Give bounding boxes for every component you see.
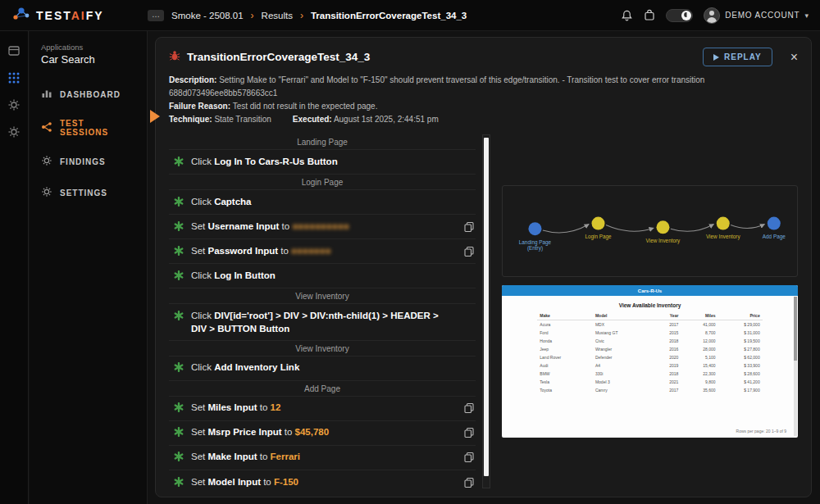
integrations-gear-icon[interactable] xyxy=(7,98,20,111)
breadcrumb-item-session[interactable]: Smoke - 2508.01 xyxy=(171,11,244,20)
step-row[interactable]: Click Log In Button xyxy=(169,263,476,288)
flow-node[interactable] xyxy=(717,217,730,230)
step-status-icon xyxy=(174,270,184,284)
copy-icon[interactable] xyxy=(464,246,474,257)
bag-icon[interactable] xyxy=(644,9,655,21)
account-menu[interactable]: DEMO ACCOUNT ▾ xyxy=(704,7,809,24)
panel-content: Landing PageClick Log In To Cars-R-Us Bu… xyxy=(169,134,798,488)
testaify-logo-icon xyxy=(11,5,30,26)
step-text: Click Add Inventory Link xyxy=(191,361,456,374)
sidebar-item-label: DASHBOARD xyxy=(60,90,121,99)
flow-node-label: Landing Page(Entry) xyxy=(519,239,552,252)
technique-line: Technique: State TransitionExecuted: Aug… xyxy=(169,113,798,126)
step-text: Click DIV[id='root'] > DIV > DIV:nth-chi… xyxy=(191,309,456,335)
step-row[interactable]: Set Model Input to F-150 xyxy=(169,470,476,488)
step-group-header: Login Page xyxy=(169,174,476,189)
app-selector[interactable]: Car Search xyxy=(30,53,147,79)
inventory-row: BMW330i201822,300$ 28,600 xyxy=(537,370,762,378)
bug-icon xyxy=(169,50,180,65)
description-line: Description: Setting Make to "Ferrari" a… xyxy=(169,74,798,87)
icon-rail xyxy=(0,31,29,504)
step-status-icon xyxy=(174,477,184,488)
inventory-row: AcuraMDX201741,000$ 29,000 xyxy=(537,320,762,329)
copy-icon[interactable] xyxy=(464,221,474,232)
active-session-indicator xyxy=(150,110,160,123)
account-name: DEMO ACCOUNT xyxy=(725,11,800,20)
copy-icon[interactable] xyxy=(464,477,474,488)
replay-button[interactable]: REPLAY xyxy=(703,48,772,66)
step-row[interactable]: Click Captcha xyxy=(169,189,476,214)
notifications-bell-icon[interactable] xyxy=(621,9,633,22)
visuals-panel: Landing Page(Entry)Login PageView Invent… xyxy=(502,134,798,488)
flow-node[interactable] xyxy=(528,222,541,235)
flow-node[interactable] xyxy=(656,220,669,234)
topbar-actions: DEMO ACCOUNT ▾ xyxy=(621,7,809,24)
window-icon[interactable] xyxy=(7,44,20,57)
copy-icon[interactable] xyxy=(464,452,474,463)
steps-scrollbar[interactable] xyxy=(482,134,490,488)
step-row[interactable]: Set Msrp Price Input to $45,780 xyxy=(169,420,476,445)
step-text: Set Model Input to F-150 xyxy=(191,475,456,488)
inventory-row: Land RoverDefender20205,100$ 62,000 xyxy=(537,353,762,361)
close-icon[interactable]: × xyxy=(790,51,798,64)
brand[interactable]: TESTAIFY xyxy=(11,5,148,26)
step-row[interactable]: Click DIV[id='root'] > DIV > DIV:nth-chi… xyxy=(169,303,476,339)
scrollbar-thumb[interactable] xyxy=(484,138,489,476)
screenshot-browser-bar: Cars-R-Us xyxy=(502,285,798,296)
step-row[interactable]: Set Password Input to ●●●●●●● xyxy=(169,238,476,263)
sidebar-item-test-sessions[interactable]: TEST SESSIONS xyxy=(30,110,147,146)
step-row[interactable]: Set Username Input to ●●●●●●●●●● xyxy=(169,214,476,238)
state-diagram-box: Landing Page(Entry)Login PageView Invent… xyxy=(502,185,798,277)
findings-gear-icon xyxy=(41,155,52,168)
inventory-row: HondaCivic201812,000$ 19,500 xyxy=(537,337,762,345)
step-status-icon xyxy=(174,362,184,375)
flow-node-label: View Inventory xyxy=(646,238,681,244)
step-row[interactable]: Click Add Inventory Link xyxy=(169,356,476,380)
flow-node-label: Add Page xyxy=(763,234,786,240)
settings-gear-icon[interactable] xyxy=(7,125,20,138)
theme-toggle-knob xyxy=(681,11,691,20)
test-id: 688d073496ee8bb578663cc1 xyxy=(169,87,798,100)
test-sessions-flow-icon xyxy=(41,121,52,134)
inventory-col-header: Price xyxy=(718,311,763,320)
step-status-icon xyxy=(174,452,184,465)
step-row[interactable]: Set Make Input to Ferrari xyxy=(169,445,476,470)
step-group-header: Landing Page xyxy=(169,134,476,149)
step-group-header: View Inventory xyxy=(169,340,476,356)
screenshot-scrollbar-thumb xyxy=(794,297,797,361)
step-text: Set Make Input to Ferrari xyxy=(191,450,456,463)
inventory-row: JeepWrangler201628,000$ 27,800 xyxy=(537,345,762,353)
panel-header: TransitionErrorCoverageTest_34_3 REPLAY … xyxy=(169,48,798,66)
copy-icon[interactable] xyxy=(464,403,474,414)
sidebar-item-findings[interactable]: FINDINGS xyxy=(30,146,147,177)
applications-label: Applications xyxy=(30,41,147,53)
sidebar: Applications Car Search DASHBOARD TEST S… xyxy=(30,31,148,504)
step-text: Set Password Input to ●●●●●●● xyxy=(191,244,456,257)
flow-node[interactable] xyxy=(592,217,605,230)
copy-icon[interactable] xyxy=(464,428,474,438)
test-steps-panel: Landing PageClick Log In To Cars-R-Us Bu… xyxy=(169,134,490,488)
page-screenshot[interactable]: Cars-R-Us View Available Inventory MakeM… xyxy=(502,285,798,438)
brand-title: TESTAIFY xyxy=(36,9,104,22)
breadcrumb-ellipsis-button[interactable]: … xyxy=(148,10,164,21)
flow-node[interactable] xyxy=(768,217,781,230)
step-status-icon xyxy=(174,311,184,324)
inventory-row: FordMustang GT20158,700$ 31,000 xyxy=(537,329,762,337)
test-detail-panel: TransitionErrorCoverageTest_34_3 REPLAY … xyxy=(155,37,812,497)
breadcrumb: … Smoke - 2508.01 › Results › Transition… xyxy=(148,10,467,21)
inventory-col-header: Model xyxy=(593,311,651,320)
apps-grid-icon[interactable] xyxy=(7,71,20,84)
main-area: TransitionErrorCoverageTest_34_3 REPLAY … xyxy=(148,31,820,504)
breadcrumb-item-results[interactable]: Results xyxy=(262,11,293,20)
step-row[interactable]: Set Miles Input to 12 xyxy=(169,396,476,420)
inventory-table: MakeModelYearMilesPriceAcuraMDX201741,00… xyxy=(537,311,762,394)
inventory-col-header: Year xyxy=(651,311,681,320)
sidebar-item-dashboard[interactable]: DASHBOARD xyxy=(30,79,147,110)
failure-reason-line: Failure Reason: Test did not result in t… xyxy=(169,100,798,113)
step-status-icon xyxy=(174,427,184,440)
step-row[interactable]: Click Log In To Cars-R-Us Button xyxy=(169,149,476,174)
sidebar-item-settings[interactable]: SETTINGS xyxy=(30,177,147,208)
step-text: Click Log In Button xyxy=(191,269,456,282)
step-text: Set Msrp Price Input to $45,780 xyxy=(191,425,456,438)
theme-toggle[interactable] xyxy=(666,9,693,22)
